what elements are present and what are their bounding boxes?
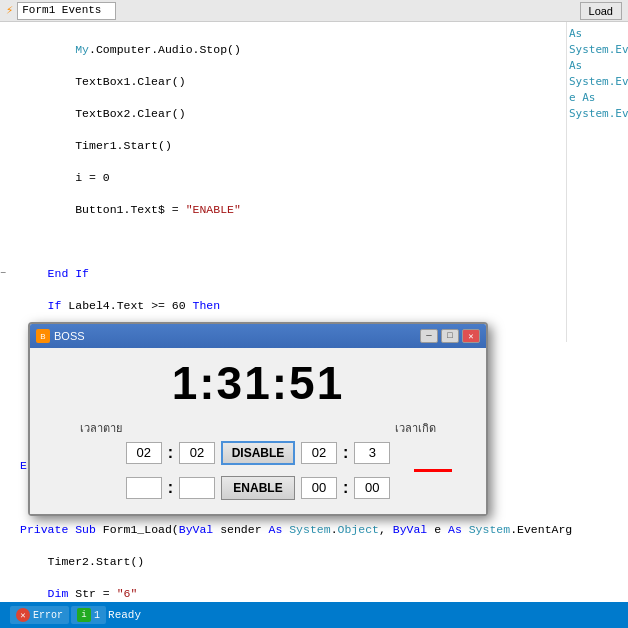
status-bar: ✕ Error i 1 Ready [0,602,628,628]
code-line: End If [20,266,620,282]
taskbar-items: ✕ Error i 1 Ready [10,606,141,624]
ide-topbar: ⚡ Form1 Events Load [0,0,628,22]
red-underline [414,469,452,472]
born-hours-1[interactable] [301,442,337,464]
task-number: 1 [94,610,100,621]
born-colon-1: : [343,444,348,462]
load-button[interactable]: Load [580,2,622,20]
task-icon-item: i 1 [71,606,106,624]
die-hours-2[interactable] [126,477,162,499]
code-line: Private Sub Form1_Load(ByVal sender As S… [20,522,620,538]
minimize-button[interactable]: ─ [420,329,438,343]
die-colon-2: : [168,479,173,497]
collapse-marks: − [0,22,12,602]
ide-container: ⚡ Form1 Events Load [0,0,628,628]
input-row-2: : ENABLE : [50,476,466,500]
boss-body: 1:31:51 เวลาตาย เวลาเกิด : DISABLE : : E… [30,348,486,514]
form-icon: ⚡ [6,3,13,18]
minimize-icon: ─ [426,331,431,341]
boss-title-label: BOSS [54,330,85,342]
die-minutes-2[interactable] [179,477,215,499]
boss-titlebar: B BOSS ─ □ ✕ [30,324,486,348]
code-line: Button1.Text$ = "ENABLE" [20,202,620,218]
die-hours-1[interactable] [126,442,162,464]
born-minutes-1[interactable] [354,442,390,464]
events-dropdown[interactable]: Form1 Events [17,2,116,20]
boss-icon-label: B [40,332,45,341]
timer-display: 1:31:51 [50,358,466,409]
die-colon-1: : [168,444,173,462]
code-line: Dim Str = "6" [20,586,620,602]
maximize-button[interactable]: □ [441,329,459,343]
code-line: My.Computer.Audio.Stop() [20,42,620,58]
code-line: TextBox1.Clear() [20,74,620,90]
boss-app-icon: B [36,329,50,343]
code-line: i = 0 [20,170,620,186]
task-icon: i [77,608,91,622]
disable-button[interactable]: DISABLE [221,441,295,465]
code-line: If Label4.Text >= 60 Then [20,298,620,314]
enable-button[interactable]: ENABLE [221,476,295,500]
topbar-left: ⚡ Form1 Events [6,2,116,20]
column-labels: เวลาตาย เวลาเกิด [50,419,466,437]
label-die: เวลาตาย [80,419,122,437]
error-icon-item: ✕ Error [10,606,69,624]
die-minutes-1[interactable] [179,442,215,464]
label-born: เวลาเกิด [395,419,436,437]
error-icon: ✕ [16,608,30,622]
right-panel: As System.EventAr As System.EventAr e As… [566,22,628,342]
input-row-1: : DISABLE : [50,441,466,465]
red-line-container [50,469,466,472]
born-hours-2[interactable] [301,477,337,499]
born-minutes-2[interactable] [354,477,390,499]
boss-title-area: B BOSS [36,329,85,343]
boss-window: B BOSS ─ □ ✕ 1:31:51 เวลาตาย เวลาเกิด [28,322,488,516]
close-button[interactable]: ✕ [462,329,480,343]
error-label: Error [33,610,63,621]
dropdown-label: Form1 Events [22,4,101,16]
code-line: Timer1.Start() [20,138,620,154]
code-line: TextBox2.Clear() [20,106,620,122]
close-icon: ✕ [468,331,473,342]
maximize-icon: □ [447,331,452,341]
born-colon-2: : [343,479,348,497]
code-line [20,234,620,250]
code-line: Timer2.Start() [20,554,620,570]
boss-window-controls: ─ □ ✕ [420,329,480,343]
ready-label: Ready [108,609,141,621]
